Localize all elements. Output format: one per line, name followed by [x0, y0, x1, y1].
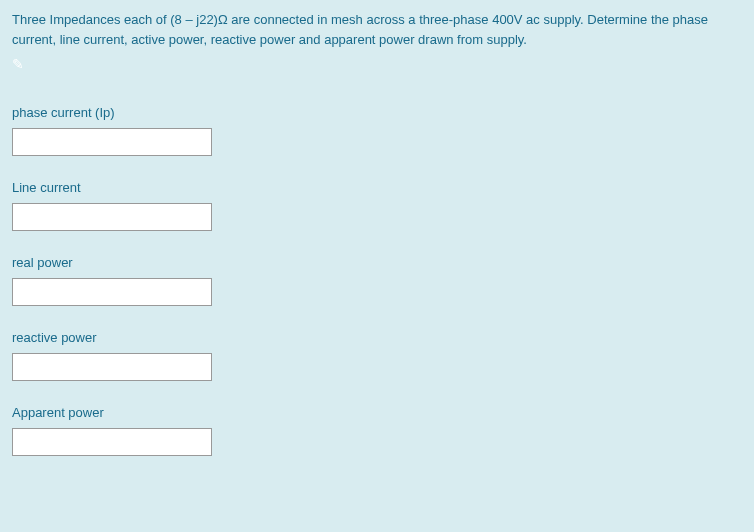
input-real-power[interactable] — [12, 278, 212, 306]
input-phase-current[interactable] — [12, 128, 212, 156]
icon-row: ✎ — [12, 55, 742, 73]
question-text: Three Impedances each of (8 – j22)Ω are … — [12, 10, 742, 49]
field-label-line-current: Line current — [12, 180, 742, 195]
edit-icon: ✎ — [12, 56, 24, 72]
field-label-reactive-power: reactive power — [12, 330, 742, 345]
field-label-phase-current: phase current (Ip) — [12, 105, 742, 120]
input-line-current[interactable] — [12, 203, 212, 231]
field-apparent-power: Apparent power — [12, 405, 742, 456]
field-reactive-power: reactive power — [12, 330, 742, 381]
field-line-current: Line current — [12, 180, 742, 231]
field-phase-current: phase current (Ip) — [12, 105, 742, 156]
field-label-apparent-power: Apparent power — [12, 405, 742, 420]
field-label-real-power: real power — [12, 255, 742, 270]
input-reactive-power[interactable] — [12, 353, 212, 381]
input-apparent-power[interactable] — [12, 428, 212, 456]
field-real-power: real power — [12, 255, 742, 306]
